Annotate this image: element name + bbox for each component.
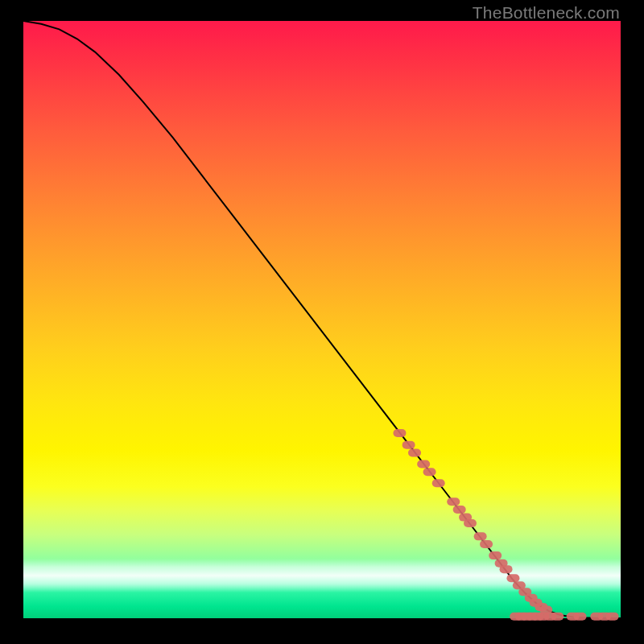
data-marker [464, 519, 477, 527]
data-marker [489, 551, 502, 559]
data-marker [447, 497, 460, 506]
data-marker [474, 532, 487, 540]
data-marker [393, 429, 406, 437]
data-marker [480, 540, 493, 548]
curve-line [23, 21, 621, 618]
data-marker [417, 460, 430, 469]
data-marker [574, 613, 587, 621]
data-marker [423, 468, 436, 476]
data-marker [402, 441, 415, 449]
data-marker [408, 448, 421, 456]
data-marker [500, 565, 513, 573]
data-marker [606, 613, 619, 621]
data-marker [432, 479, 445, 487]
chart-plot [23, 21, 621, 618]
watermark-text: TheBottleneck.com [473, 3, 620, 23]
data-marker [453, 506, 466, 514]
data-marker [551, 613, 564, 621]
data-marker [506, 574, 519, 582]
